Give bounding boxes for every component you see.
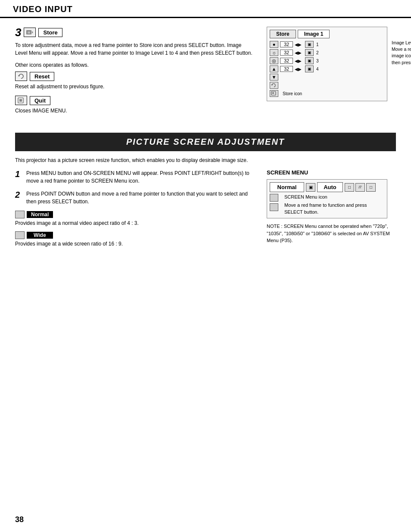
reset-label: Reset (30, 72, 54, 81)
page-header: VIDEO INPUT (0, 0, 411, 18)
value-2: 32 (280, 50, 293, 56)
sm-icon-annotation-row: SCREEN Menu icon Move a red frame to fun… (270, 194, 384, 215)
quit-description: Closes IMAGE MENU. (15, 107, 254, 115)
wide-row: Wide (15, 231, 254, 239)
down-arrow-icon: ▼ (270, 74, 278, 81)
step3-left: 3 Store To store adjustment data, move a… (15, 27, 254, 120)
step3-description: To store adjustment data, move a red fra… (15, 41, 254, 57)
step3-number: 3 (15, 27, 21, 38)
sm-small-icon2 (270, 203, 278, 211)
screen-menu-icon-label: SCREEN Menu icon (284, 194, 384, 200)
store-icon-label: Store icon (283, 91, 302, 96)
wide-label: Wide (27, 232, 53, 239)
tint-icon: ▲ (270, 65, 278, 72)
image-menu-diagram: Store Image 1 ● 32 ◀▶ ▣ 1 ☼ 32 (267, 27, 387, 101)
reset-row: Reset (15, 72, 254, 81)
normal-row: Normal (15, 211, 254, 218)
psa-intro: This projector has a picture screen resi… (15, 157, 396, 163)
diag-row-5: ▼ (270, 74, 384, 81)
page-title: VIDEO INPUT (13, 4, 73, 14)
sm-small-icons (270, 194, 278, 213)
reset-icon (15, 72, 27, 81)
svg-rect-1 (28, 31, 30, 34)
level-icon-1: ▣ (305, 41, 314, 48)
wide-desc: Provides image at a wide screen ratio of… (15, 241, 254, 247)
color-icon: ◎ (270, 57, 278, 64)
other-icons-text: Other icons operates as follows. (15, 62, 254, 68)
contrast-icon: ● (270, 41, 278, 48)
diag-row-store2: Store icon (270, 90, 384, 97)
svg-rect-8 (272, 92, 274, 94)
diag-row-store (270, 82, 384, 89)
level-icon-4: ▣ (305, 65, 314, 72)
diag-row-1: ● 32 ◀▶ ▣ 1 (270, 41, 384, 48)
page-number: 38 (15, 515, 24, 524)
quit-label: Quit (30, 96, 50, 105)
step1-text: Press MENU button and ON-SCREEN MENU wil… (26, 169, 254, 185)
sm-icon4: □ (366, 183, 376, 192)
store-label: Store (38, 28, 62, 37)
arrow-1: ◀▶ (295, 42, 302, 47)
psa-body: 1 Press MENU button and ON-SCREEN MENU w… (15, 169, 396, 252)
store-icon (24, 28, 36, 37)
sm-top-row: Normal ▣ Auto □ ⛈ □ (270, 182, 384, 192)
normal-label: Normal (27, 211, 53, 218)
svg-marker-2 (32, 31, 33, 34)
screen-menu-move-text: Move a red frame to function and press S… (284, 202, 384, 215)
diag-row-4: ▲ 32 ◀▶ ▣ 4 (270, 65, 384, 72)
psa-section-title: PICTURE SCREEN ADJUSTMENT (15, 133, 396, 151)
diagram-header: Store Image 1 (270, 30, 384, 38)
store-btn: Store (270, 30, 296, 38)
image-menu-annotation: Image Level MenuMove a red frame pointer… (392, 40, 411, 66)
reset-description: Reset all adjustment to previous figure. (15, 83, 254, 90)
sm-small-icon1 (270, 194, 278, 202)
svg-marker-3 (18, 75, 20, 77)
step3-header-row: 3 Store (15, 27, 254, 38)
diag-row-3: ◎ 32 ◀▶ ▣ 3 (270, 57, 384, 64)
level-icon-2: ▣ (305, 49, 314, 56)
note-box: NOTE : SCREEN Menu cannot be operated wh… (267, 223, 396, 244)
quit-icon (15, 96, 27, 105)
note-text: NOTE : SCREEN Menu cannot be operated wh… (267, 224, 390, 243)
image1-btn: Image 1 (298, 30, 330, 38)
screen-menu-title: SCREEN MENU (267, 169, 396, 176)
arrow-2: ◀▶ (295, 50, 302, 55)
sm-icon-row1 (270, 194, 278, 202)
screen-menu-diagram: Normal ▣ Auto □ ⛈ □ (267, 179, 387, 218)
sm-annotations: SCREEN Menu icon Move a red frame to fun… (281, 194, 384, 215)
step2-number: 2 (15, 190, 23, 205)
sm-auto-text: Auto (317, 182, 343, 192)
wide-icon (15, 231, 25, 239)
sm-normal-text: Normal (270, 182, 304, 192)
store-icon2 (270, 90, 278, 97)
normal-desc: Provides image at a normal video aspect … (15, 220, 254, 226)
step3-section: 3 Store To store adjustment data, move a… (15, 27, 396, 120)
sm-icon1: ▣ (306, 183, 315, 192)
value-3: 32 (280, 58, 293, 64)
sm-icon3: ⛈ (355, 183, 365, 192)
arrow-4: ◀▶ (295, 67, 302, 72)
psa-step2: 2 Press POINT DOWN button and move a red… (15, 190, 254, 205)
main-content: 3 Store To store adjustment data, move a… (0, 18, 411, 261)
svg-rect-5 (19, 99, 22, 102)
store-sub-icon (270, 82, 278, 89)
step2-text: Press POINT DOWN button and move a red f… (26, 190, 254, 205)
sm-icon-row2 (270, 203, 278, 211)
quit-row: Quit (15, 96, 254, 105)
brightness-icon: ☼ (270, 49, 278, 56)
sm-icon-group: □ ⛈ □ (345, 183, 376, 192)
psa-step1: 1 Press MENU button and ON-SCREEN MENU w… (15, 169, 254, 185)
value-4: 32 (280, 66, 293, 72)
arrow-3: ◀▶ (295, 59, 302, 63)
normal-icon (15, 211, 25, 218)
psa-right: SCREEN MENU Normal ▣ Auto □ ⛈ □ (267, 169, 396, 252)
step1-number: 1 (15, 169, 23, 185)
sm-icon2: □ (345, 183, 354, 192)
level-icon-3: ▣ (305, 57, 314, 64)
value-1: 32 (280, 41, 293, 47)
step3-right: Store Image 1 ● 32 ◀▶ ▣ 1 ☼ 32 (267, 27, 396, 120)
diag-row-2: ☼ 32 ◀▶ ▣ 2 (270, 49, 384, 56)
psa-left: 1 Press MENU button and ON-SCREEN MENU w… (15, 169, 254, 252)
